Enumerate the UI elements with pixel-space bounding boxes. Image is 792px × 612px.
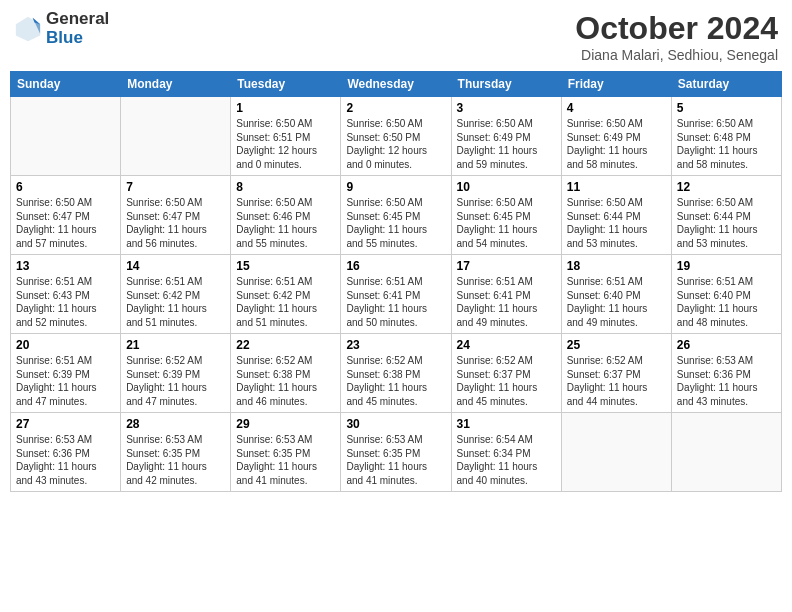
daylight-text: Daylight: 11 hours and 55 minutes. [236,224,317,249]
calendar-cell: 18Sunrise: 6:51 AMSunset: 6:40 PMDayligh… [561,255,671,334]
sunrise-text: Sunrise: 6:50 AM [457,118,533,129]
calendar-cell: 16Sunrise: 6:51 AMSunset: 6:41 PMDayligh… [341,255,451,334]
calendar-cell: 21Sunrise: 6:52 AMSunset: 6:39 PMDayligh… [121,334,231,413]
sunset-text: Sunset: 6:51 PM [236,132,310,143]
calendar-cell: 15Sunrise: 6:51 AMSunset: 6:42 PMDayligh… [231,255,341,334]
sunrise-text: Sunrise: 6:53 AM [346,434,422,445]
sunrise-text: Sunrise: 6:51 AM [457,276,533,287]
daylight-text: Daylight: 11 hours and 45 minutes. [457,382,538,407]
sunrise-text: Sunrise: 6:50 AM [567,118,643,129]
month-title: October 2024 [575,10,778,47]
calendar-week-2: 6Sunrise: 6:50 AMSunset: 6:47 PMDaylight… [11,176,782,255]
day-number: 26 [677,338,776,352]
day-number: 12 [677,180,776,194]
header-saturday: Saturday [671,72,781,97]
sunrise-text: Sunrise: 6:53 AM [16,434,92,445]
daylight-text: Daylight: 11 hours and 56 minutes. [126,224,207,249]
calendar-cell: 14Sunrise: 6:51 AMSunset: 6:42 PMDayligh… [121,255,231,334]
sunrise-text: Sunrise: 6:50 AM [236,197,312,208]
day-info: Sunrise: 6:52 AMSunset: 6:38 PMDaylight:… [236,354,335,408]
calendar-cell: 25Sunrise: 6:52 AMSunset: 6:37 PMDayligh… [561,334,671,413]
daylight-text: Daylight: 11 hours and 44 minutes. [567,382,648,407]
day-number: 5 [677,101,776,115]
daylight-text: Daylight: 11 hours and 55 minutes. [346,224,427,249]
sunrise-text: Sunrise: 6:51 AM [567,276,643,287]
calendar-cell: 30Sunrise: 6:53 AMSunset: 6:35 PMDayligh… [341,413,451,492]
day-info: Sunrise: 6:52 AMSunset: 6:38 PMDaylight:… [346,354,445,408]
sunrise-text: Sunrise: 6:50 AM [346,118,422,129]
day-info: Sunrise: 6:53 AMSunset: 6:36 PMDaylight:… [677,354,776,408]
sunrise-text: Sunrise: 6:52 AM [346,355,422,366]
sunrise-text: Sunrise: 6:50 AM [677,118,753,129]
title-area: October 2024 Diana Malari, Sedhiou, Sene… [575,10,778,63]
daylight-text: Daylight: 11 hours and 53 minutes. [567,224,648,249]
day-info: Sunrise: 6:53 AMSunset: 6:36 PMDaylight:… [16,433,115,487]
sunrise-text: Sunrise: 6:51 AM [126,276,202,287]
daylight-text: Daylight: 11 hours and 42 minutes. [126,461,207,486]
sunset-text: Sunset: 6:34 PM [457,448,531,459]
svg-marker-0 [16,17,40,41]
day-info: Sunrise: 6:52 AMSunset: 6:39 PMDaylight:… [126,354,225,408]
daylight-text: Daylight: 11 hours and 43 minutes. [677,382,758,407]
sunset-text: Sunset: 6:36 PM [16,448,90,459]
day-number: 31 [457,417,556,431]
calendar-cell: 27Sunrise: 6:53 AMSunset: 6:36 PMDayligh… [11,413,121,492]
daylight-text: Daylight: 11 hours and 58 minutes. [677,145,758,170]
daylight-text: Daylight: 11 hours and 50 minutes. [346,303,427,328]
day-info: Sunrise: 6:53 AMSunset: 6:35 PMDaylight:… [236,433,335,487]
day-info: Sunrise: 6:51 AMSunset: 6:42 PMDaylight:… [236,275,335,329]
calendar-cell: 29Sunrise: 6:53 AMSunset: 6:35 PMDayligh… [231,413,341,492]
day-number: 20 [16,338,115,352]
header-tuesday: Tuesday [231,72,341,97]
calendar-cell: 9Sunrise: 6:50 AMSunset: 6:45 PMDaylight… [341,176,451,255]
day-number: 27 [16,417,115,431]
sunset-text: Sunset: 6:42 PM [236,290,310,301]
daylight-text: Daylight: 11 hours and 59 minutes. [457,145,538,170]
calendar-cell [11,97,121,176]
sunset-text: Sunset: 6:39 PM [16,369,90,380]
logo-blue: Blue [46,29,109,48]
day-number: 16 [346,259,445,273]
calendar-week-4: 20Sunrise: 6:51 AMSunset: 6:39 PMDayligh… [11,334,782,413]
header-row: Sunday Monday Tuesday Wednesday Thursday… [11,72,782,97]
calendar-week-5: 27Sunrise: 6:53 AMSunset: 6:36 PMDayligh… [11,413,782,492]
calendar-cell: 17Sunrise: 6:51 AMSunset: 6:41 PMDayligh… [451,255,561,334]
sunrise-text: Sunrise: 6:52 AM [126,355,202,366]
daylight-text: Daylight: 11 hours and 49 minutes. [567,303,648,328]
sunrise-text: Sunrise: 6:51 AM [16,355,92,366]
day-number: 18 [567,259,666,273]
day-info: Sunrise: 6:50 AMSunset: 6:44 PMDaylight:… [567,196,666,250]
daylight-text: Daylight: 11 hours and 43 minutes. [16,461,97,486]
location-subtitle: Diana Malari, Sedhiou, Senegal [575,47,778,63]
day-info: Sunrise: 6:53 AMSunset: 6:35 PMDaylight:… [346,433,445,487]
day-info: Sunrise: 6:50 AMSunset: 6:45 PMDaylight:… [457,196,556,250]
header-wednesday: Wednesday [341,72,451,97]
sunset-text: Sunset: 6:48 PM [677,132,751,143]
calendar-cell: 26Sunrise: 6:53 AMSunset: 6:36 PMDayligh… [671,334,781,413]
sunrise-text: Sunrise: 6:53 AM [126,434,202,445]
day-number: 29 [236,417,335,431]
sunset-text: Sunset: 6:45 PM [346,211,420,222]
calendar-cell: 5Sunrise: 6:50 AMSunset: 6:48 PMDaylight… [671,97,781,176]
day-info: Sunrise: 6:50 AMSunset: 6:44 PMDaylight:… [677,196,776,250]
calendar-cell: 1Sunrise: 6:50 AMSunset: 6:51 PMDaylight… [231,97,341,176]
daylight-text: Daylight: 11 hours and 57 minutes. [16,224,97,249]
day-number: 30 [346,417,445,431]
sunrise-text: Sunrise: 6:50 AM [236,118,312,129]
sunset-text: Sunset: 6:45 PM [457,211,531,222]
sunset-text: Sunset: 6:41 PM [346,290,420,301]
day-number: 17 [457,259,556,273]
calendar-cell: 11Sunrise: 6:50 AMSunset: 6:44 PMDayligh… [561,176,671,255]
day-info: Sunrise: 6:50 AMSunset: 6:50 PMDaylight:… [346,117,445,171]
sunset-text: Sunset: 6:50 PM [346,132,420,143]
day-number: 21 [126,338,225,352]
day-number: 1 [236,101,335,115]
sunrise-text: Sunrise: 6:50 AM [16,197,92,208]
sunrise-text: Sunrise: 6:53 AM [677,355,753,366]
daylight-text: Daylight: 11 hours and 41 minutes. [236,461,317,486]
calendar-cell: 24Sunrise: 6:52 AMSunset: 6:37 PMDayligh… [451,334,561,413]
daylight-text: Daylight: 11 hours and 52 minutes. [16,303,97,328]
day-info: Sunrise: 6:50 AMSunset: 6:47 PMDaylight:… [126,196,225,250]
sunset-text: Sunset: 6:40 PM [677,290,751,301]
day-number: 28 [126,417,225,431]
